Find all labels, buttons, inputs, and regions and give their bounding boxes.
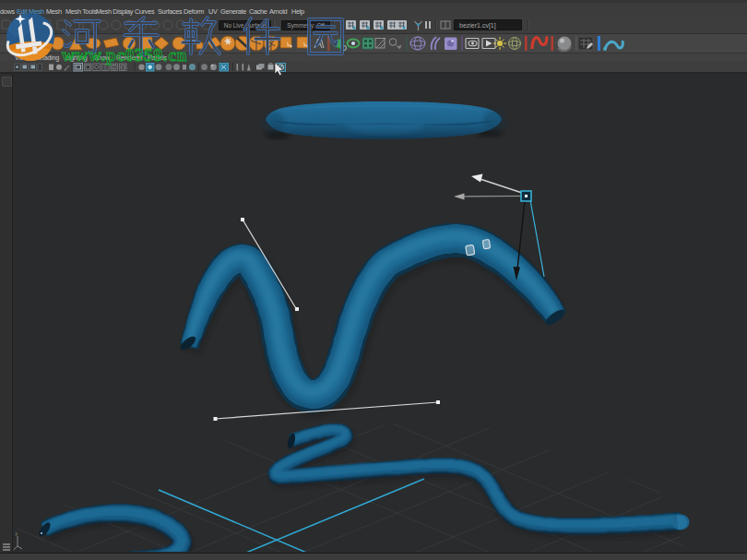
svg-text:y: y bbox=[16, 530, 18, 536]
